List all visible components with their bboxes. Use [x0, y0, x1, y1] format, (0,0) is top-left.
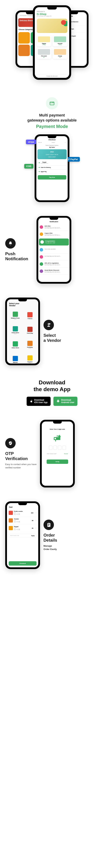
notif-avatar [40, 248, 43, 252]
android-download-button[interactable]: Download Android User [53, 397, 77, 406]
vendor-item[interactable]: Urban Street [9, 338, 22, 351]
coupon-input[interactable]: Enter coupon code [9, 534, 30, 537]
vendor-title: Select a Vendor [44, 333, 71, 343]
notif-avatar [40, 232, 43, 236]
otp-digit-2[interactable] [53, 446, 57, 450]
order-sub: Manage Order Easily [44, 545, 71, 551]
svg-point-2 [49, 323, 50, 324]
download-title: Download the demo App [5, 379, 99, 393]
notification-item[interactable]: Hot Deal Buy one Get one fr... [38, 253, 70, 260]
pay-method-apple[interactable]: Apple Pay [37, 169, 67, 174]
payment-heading-1: Multi payment [5, 113, 99, 118]
vendor-item[interactable]: Food Stop [23, 323, 36, 337]
stripe-tag: stripe [26, 140, 36, 144]
paypal-tag: P PayPal [66, 157, 80, 162]
notification-item[interactable]: Your order cancelled [38, 246, 70, 253]
shield-check-icon [5, 438, 16, 448]
otp-screen-title: Enter Your 4 digit code [45, 429, 70, 430]
notification-item[interactable]: 20% off in vegetablesHot Deal Buy one Ge… [38, 260, 70, 268]
notification-item[interactable]: Great Winter DiscountHot Deal Buy one Ge… [38, 268, 70, 275]
notification-item[interactable]: Gift OfferHot Deal Buy one Get one fr... [38, 224, 70, 231]
remove-icon[interactable]: ✕ [35, 527, 36, 529]
clipboard-icon [44, 520, 54, 530]
cod-tag: COD [24, 164, 33, 168]
mailbox-icon [53, 433, 62, 442]
qty-minus[interactable]: − [14, 513, 16, 515]
vendor-item[interactable]: Urban Selectat 8km [9, 323, 22, 337]
apply-button[interactable]: Apply [30, 534, 36, 537]
bell-icon [5, 238, 16, 249]
pay-now-button[interactable]: Pay Now [38, 175, 66, 180]
otp-title: OTP Verification [5, 451, 36, 461]
pay-method-cod[interactable]: Cash On Delivery [37, 165, 67, 169]
remove-icon[interactable]: ✕ [35, 512, 36, 514]
payment-icon [46, 97, 58, 110]
qty-minus[interactable]: − [14, 528, 16, 530]
notif-avatar [40, 225, 43, 229]
notification-item[interactable]: Cupon OfferHot Deal Buy one Get two o... [38, 231, 70, 238]
push-title: Push Notification [5, 251, 33, 261]
resend-link[interactable]: Resend [64, 453, 68, 454]
qty-plus[interactable]: + [18, 521, 20, 523]
payment-heading-2: gateways options available [5, 118, 99, 123]
otp-desc: Easy to contact when you have verified n… [5, 463, 36, 469]
credit-card[interactable]: VISA 2343 2324 5678 OWAIS ALBERT [37, 149, 67, 159]
otp-digit-4[interactable] [62, 446, 66, 450]
remove-icon[interactable]: ✕ [35, 520, 36, 521]
ios-download-button[interactable]: Download iOS User App [27, 397, 51, 406]
notif-avatar [40, 262, 43, 266]
verify-button[interactable]: Verify [47, 460, 68, 464]
qty-minus[interactable]: − [14, 521, 16, 523]
cart-item: Paypal1 lb−1+$6✕ [7, 524, 38, 532]
otp-digit-3[interactable] [58, 446, 61, 450]
notif-avatar [40, 240, 44, 244]
notif-avatar [40, 255, 43, 259]
notification-item[interactable]: CongratulationYou got your order [39, 239, 69, 246]
notif-avatar [40, 270, 43, 273]
vendor-item[interactable]: Citystoreat 6km [23, 353, 36, 364]
payment-heading-3: Payment Mode [5, 124, 99, 129]
cart-item: Fruits combo1 lb−1+$30✕ [7, 509, 38, 517]
checkout-button[interactable]: Checkout [9, 561, 36, 566]
vendor-item[interactable]: Foodstopat 4km [23, 338, 36, 351]
qty-plus[interactable]: + [18, 528, 20, 530]
otp-digit-1[interactable] [49, 446, 52, 450]
cart-item: Tomato1 lb−1+$8✕ [7, 517, 38, 524]
qty-plus[interactable]: + [18, 513, 20, 515]
vendor-item[interactable]: 7 Eleven [23, 309, 36, 322]
vendor-item[interactable]: Reliance Freshat 5km [9, 309, 22, 322]
pay-method-paypal[interactable]: PaypalPay@account.com [37, 160, 67, 165]
order-title: Order Details [44, 533, 71, 543]
vendor-icon [44, 320, 54, 330]
vendor-item[interactable]: Walmart [9, 353, 22, 364]
